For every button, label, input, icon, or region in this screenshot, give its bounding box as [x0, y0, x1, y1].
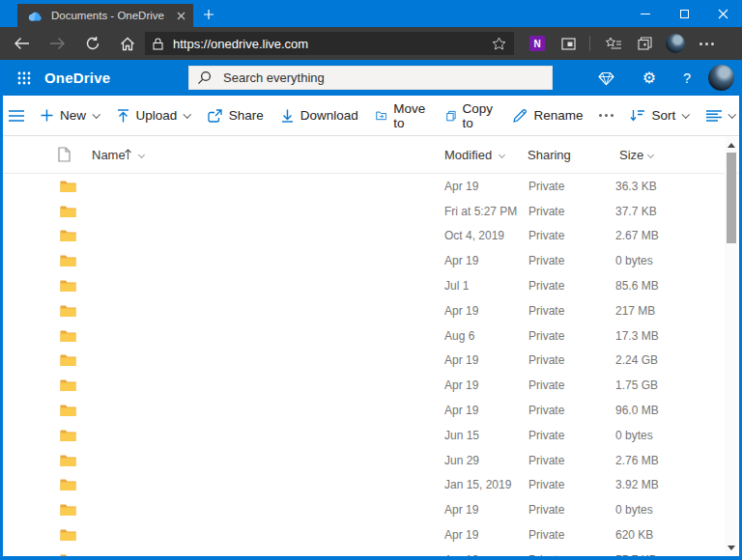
sort-button[interactable]: Sort	[621, 101, 697, 130]
plus-icon	[41, 109, 53, 122]
file-size: 0 bytes	[615, 503, 653, 517]
reading-view-icon	[561, 38, 576, 50]
reading-view-button[interactable]	[555, 30, 582, 57]
file-modified: Fri at 5:27 PM	[444, 205, 517, 218]
upload-icon	[117, 109, 129, 123]
download-icon	[281, 109, 294, 123]
maximize-button[interactable]	[665, 0, 703, 27]
home-button[interactable]	[113, 29, 142, 58]
refresh-button[interactable]	[78, 29, 107, 58]
move-to-label: Move to	[393, 101, 429, 130]
file-row[interactable]: Oct 4, 2019 Private 2.67 MB	[3, 224, 739, 249]
file-sharing: Private	[528, 180, 564, 193]
minimize-button[interactable]	[626, 0, 665, 27]
rename-button[interactable]: Rename	[504, 101, 591, 130]
file-modified: Apr 19	[444, 304, 478, 318]
titlebar: Documents - OneDrive	[0, 0, 742, 27]
scroll-up-button[interactable]	[725, 139, 737, 152]
favorites-list-button[interactable]	[600, 30, 627, 57]
file-modified: Aug 6	[444, 329, 474, 343]
share-button[interactable]: Share	[199, 101, 272, 130]
back-button[interactable]	[7, 29, 36, 58]
toolbar-more-button[interactable]	[591, 114, 621, 117]
download-label: Download	[300, 108, 358, 123]
folder-icon	[60, 304, 76, 317]
file-sharing: Private	[528, 378, 564, 392]
search-placeholder: Search everything	[223, 70, 325, 85]
file-row[interactable]: Apr 19 Private 0 bytes	[3, 497, 739, 522]
forward-button[interactable]	[43, 29, 71, 58]
file-row[interactable]: Apr 19 Private 0 bytes	[3, 248, 739, 273]
browser-extensions: N	[520, 27, 742, 60]
folder-icon	[60, 529, 76, 542]
file-sharing: Private	[528, 229, 564, 242]
file-size: 55.7 KB	[615, 553, 657, 556]
file-row[interactable]: Jul 1 Private 85.6 MB	[3, 273, 739, 298]
file-size: 0 bytes	[615, 254, 653, 267]
file-row[interactable]: Jun 29 Private 2.76 MB	[3, 448, 739, 473]
onedrive-favicon-icon	[27, 11, 43, 21]
file-row[interactable]: Aug 6 Private 17.3 MB	[3, 323, 739, 349]
file-row[interactable]: Apr 19 Private 36.3 KB	[3, 174, 739, 199]
scrollbar-thumb[interactable]	[727, 153, 736, 243]
file-modified: Apr 19	[444, 353, 478, 367]
file-sharing: Private	[528, 478, 564, 491]
file-row[interactable]: Apr 19 Private 1.75 GB	[3, 373, 739, 398]
browser-profile-button[interactable]	[662, 30, 689, 57]
chevron-down-icon[interactable]	[647, 152, 654, 158]
file-modified: Apr 19	[444, 180, 478, 193]
file-modified: Apr 19	[444, 528, 478, 542]
file-size: 17.3 MB	[615, 329, 659, 343]
help-button[interactable]: ?	[676, 68, 698, 89]
collections-button[interactable]	[631, 30, 658, 57]
new-tab-button[interactable]	[199, 6, 218, 23]
premium-button[interactable]	[595, 68, 616, 89]
settings-more-button[interactable]	[693, 30, 720, 57]
file-row[interactable]: Jun 15 Private 0 bytes	[3, 423, 739, 448]
column-header-size[interactable]: Size	[619, 148, 643, 162]
file-row[interactable]: Fri at 5:27 PM Private 37.7 KB	[3, 199, 739, 224]
column-header-modified[interactable]: Modified	[444, 148, 492, 162]
tab-close-icon[interactable]	[177, 12, 186, 20]
scroll-down-button[interactable]	[725, 542, 737, 554]
browser-tab[interactable]: Documents - OneDrive	[17, 4, 193, 27]
file-row[interactable]: Apr 19 Private 55.7 KB	[3, 547, 739, 556]
file-row[interactable]: Apr 19 Private 96.0 MB	[3, 398, 739, 423]
onedrive-brand[interactable]: OneDrive	[44, 70, 110, 86]
file-row[interactable]: Jan 15, 2019 Private 3.92 MB	[3, 473, 739, 498]
add-favorite-star-icon[interactable]	[492, 37, 506, 50]
view-options-button[interactable]	[698, 101, 739, 130]
file-size: 96.0 MB	[615, 404, 659, 417]
chevron-down-icon	[93, 110, 100, 118]
column-header-sharing[interactable]: Sharing	[528, 148, 571, 162]
close-button[interactable]	[703, 0, 742, 27]
move-to-button[interactable]: Move to	[367, 101, 438, 130]
share-label: Share	[229, 108, 264, 123]
list-header: Name Modified Sharing Size	[3, 136, 739, 174]
address-bar[interactable]: https://onedrive.live.com	[145, 32, 514, 55]
upload-button[interactable]: Upload	[108, 101, 199, 130]
app-launcher-button[interactable]	[14, 69, 34, 88]
menu-button[interactable]	[9, 102, 24, 129]
browser-navbar: https://onedrive.live.com N	[0, 27, 742, 60]
settings-button[interactable]: ⚙	[639, 68, 660, 89]
chevron-down-icon[interactable]	[138, 152, 145, 158]
file-row[interactable]: Apr 19 Private 620 KB	[3, 522, 739, 547]
download-button[interactable]: Download	[272, 101, 367, 130]
account-avatar[interactable]	[708, 65, 734, 91]
new-button[interactable]: New	[32, 101, 108, 130]
file-sharing: Private	[528, 279, 564, 293]
file-row[interactable]: Apr 19 Private 2.24 GB	[3, 349, 739, 374]
column-header-name[interactable]: Name	[92, 148, 126, 162]
folder-icon	[60, 553, 76, 556]
file-row[interactable]: Apr 19 Private 217 MB	[3, 298, 739, 323]
browser-window: Documents - OneDrive	[0, 0, 742, 560]
onenote-clipper-button[interactable]: N	[524, 30, 551, 57]
chevron-down-icon[interactable]	[499, 152, 505, 158]
copy-to-button[interactable]: Copy to	[438, 101, 505, 130]
vertical-scrollbar[interactable]	[725, 137, 737, 556]
onenote-icon: N	[529, 36, 545, 51]
file-sharing: Private	[528, 429, 564, 442]
folder-icon	[60, 354, 76, 367]
search-input[interactable]: Search everything	[188, 66, 553, 90]
